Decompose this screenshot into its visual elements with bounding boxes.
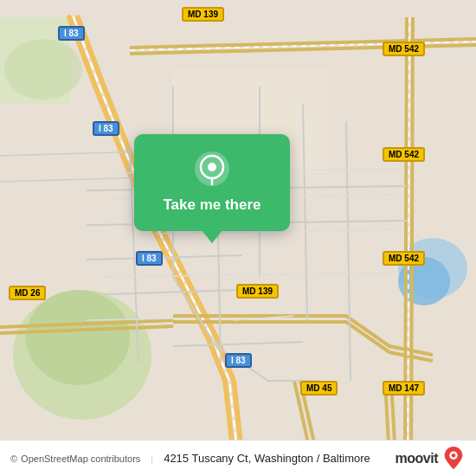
moovit-icon	[441, 445, 466, 473]
svg-point-6	[4, 39, 82, 100]
road-badge-md542-low-right: MD 542	[383, 251, 425, 266]
road-badge-md147: MD 147	[383, 381, 425, 396]
svg-point-12	[452, 453, 456, 457]
bottom-bar: © OpenStreetMap contributors | 4215 Tusc…	[0, 440, 476, 476]
moovit-logo: moovit	[396, 445, 466, 473]
map-container: I 83 I 83 I 83 I 83 MD 139 MD 139 MD 542…	[0, 0, 476, 476]
popup-label: Take me there	[163, 196, 261, 214]
road-badge-md26: MD 26	[9, 286, 46, 300]
map-background	[0, 0, 476, 476]
road-badge-i83-bottom: I 83	[225, 353, 252, 368]
svg-point-10	[208, 163, 216, 171]
svg-point-2	[26, 290, 130, 385]
road-badge-md139-mid: MD 139	[236, 284, 279, 299]
openstreetmap-credit: OpenStreetMap contributors	[21, 453, 140, 464]
road-badge-md542-mid-right: MD 542	[383, 147, 425, 162]
address-label: 4215 Tuscany Ct, Washington / Baltimore	[164, 452, 370, 465]
copyright-symbol: ©	[10, 453, 17, 464]
bottom-left-info: © OpenStreetMap contributors | 4215 Tusc…	[10, 452, 370, 465]
road-badge-i83-top: I 83	[58, 26, 85, 41]
road-badge-md45: MD 45	[300, 381, 338, 396]
moovit-text: moovit	[396, 451, 438, 466]
road-badge-i83-mid: I 83	[136, 251, 163, 266]
road-badge-i83-mid-left: I 83	[93, 121, 119, 136]
road-badge-md542-top-right: MD 542	[383, 42, 425, 56]
road-badge-md139-top: MD 139	[182, 7, 224, 22]
popup-card[interactable]: Take me there	[134, 134, 290, 231]
location-pin-icon	[193, 150, 231, 188]
